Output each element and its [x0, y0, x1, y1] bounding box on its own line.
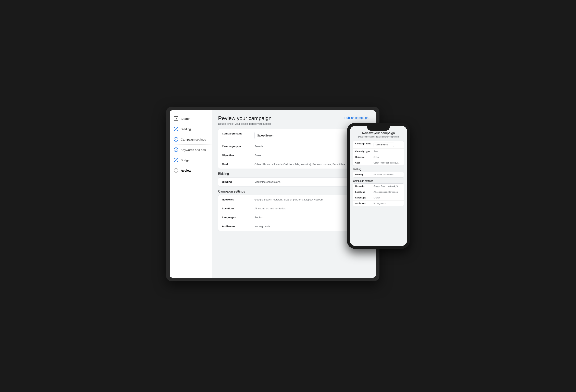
phone-networks-label: Networks: [355, 185, 374, 187]
phone-languages-label: Languages: [355, 197, 374, 199]
bidding-label: Bidding: [222, 180, 255, 183]
phone-languages-row: Languages English: [353, 195, 404, 201]
phone-bidding-card: Bidding Maximize conversions: [353, 172, 404, 178]
phone-goal-row: Goal Other, Phone call leads (Ca...: [353, 160, 404, 165]
sidebar-item-bidding[interactable]: ✓ Bidding: [170, 124, 212, 134]
publish-campaign-button[interactable]: Publish campaign: [343, 115, 370, 120]
audiences-label: Audiences: [222, 225, 255, 228]
svg-point-0: [175, 118, 177, 119]
phone-goal-value: Other, Phone call leads (Ca...: [374, 162, 402, 164]
objective-label: Objective: [222, 154, 255, 157]
phone-notch: [367, 126, 390, 131]
sidebar: Search ✓ Bidding ✓ Campaign settings: [170, 110, 212, 278]
circle-icon-review: [174, 168, 178, 173]
phone-bidding-row: Bidding Maximize conversions: [353, 172, 404, 177]
phone-networks-value: Google Search Network, S...: [374, 185, 402, 187]
phone-objective-row: Objective Sales: [353, 154, 404, 160]
sidebar-item-campaign-settings[interactable]: ✓ Campaign settings: [170, 134, 212, 145]
check-icon-bidding: ✓: [174, 127, 178, 131]
campaign-type-label: Campaign type: [222, 145, 255, 148]
page-header: Review your campaign Double-check your d…: [218, 115, 272, 125]
phone-locations-value: All countries and territories: [374, 191, 402, 193]
languages-label: Languages: [222, 216, 255, 219]
phone-device: Review your campaign Double-check your d…: [347, 123, 410, 249]
phone-languages-value: English: [374, 197, 402, 199]
phone-campaign-settings-title: Campaign settings: [353, 180, 404, 183]
check-icon-campaign-settings: ✓: [174, 137, 178, 142]
phone-audiences-value: No segments: [374, 202, 402, 205]
campaign-name-input[interactable]: [255, 132, 311, 139]
phone-screen: Review your campaign Double-check your d…: [350, 126, 407, 246]
phone-page-title: Review your campaign: [353, 131, 404, 135]
phone-campaign-type-row: Campaign type Search: [353, 149, 404, 154]
sidebar-label-review: Review: [181, 169, 191, 172]
sidebar-label-search: Search: [181, 117, 190, 120]
phone-audiences-label: Audiences: [355, 202, 374, 205]
check-icon-budget: ✓: [174, 158, 178, 162]
phone-audiences-row: Audiences No segments: [353, 201, 404, 206]
campaign-name-label: Campaign name: [222, 132, 255, 135]
phone-campaign-name-label: Campaign name: [355, 143, 374, 145]
phone-objective-label: Objective: [355, 156, 374, 158]
sidebar-label-bidding: Bidding: [181, 127, 191, 131]
tablet-screen: Search ✓ Bidding ✓ Campaign settings: [170, 110, 376, 278]
phone-content: Review your campaign Double-check your d…: [350, 126, 407, 246]
sidebar-label-keywords: Keywords and ads: [181, 148, 206, 152]
phone-locations-row: Locations All countries and territories: [353, 189, 404, 195]
phone-campaign-settings-card: Networks Google Search Network, S... Loc…: [353, 183, 404, 206]
phone-bidding-label: Bidding: [355, 173, 374, 176]
phone-goal-label: Goal: [355, 162, 374, 164]
sidebar-item-budget[interactable]: ✓ Budget: [170, 155, 212, 165]
phone-page-subtitle: Double-check your details before you pub…: [353, 136, 404, 138]
svg-line-1: [176, 119, 177, 120]
phone-campaign-type-label: Campaign type: [355, 150, 374, 153]
phone-locations-label: Locations: [355, 191, 374, 193]
phone-campaign-type-value: Search: [374, 150, 402, 153]
check-icon-keywords: ✓: [174, 147, 178, 152]
phone-campaign-card: Campaign name Campaign type Search Objec…: [353, 141, 404, 166]
sidebar-label-campaign-settings: Campaign settings: [181, 138, 206, 141]
goal-label: Goal: [222, 163, 255, 166]
scene: Search ✓ Bidding ✓ Campaign settings: [166, 107, 410, 285]
sidebar-item-review[interactable]: Review: [170, 165, 212, 176]
phone-bidding-title: Bidding: [353, 168, 404, 171]
phone-objective-value: Sales: [374, 156, 402, 158]
header-row: Review your campaign Double-check your d…: [218, 115, 370, 125]
phone-campaign-name-input[interactable]: [374, 143, 394, 147]
phone-bidding-value: Maximize conversions: [374, 173, 402, 176]
page-title: Review your campaign: [218, 115, 272, 121]
locations-label: Locations: [222, 207, 255, 210]
networks-label: Networks: [222, 198, 255, 201]
phone-networks-row: Networks Google Search Network, S...: [353, 183, 404, 189]
sidebar-item-keywords-and-ads[interactable]: ✓ Keywords and ads: [170, 145, 212, 155]
page-subtitle: Double-check your details before you pub…: [218, 122, 272, 125]
search-box-icon: [174, 116, 178, 121]
sidebar-label-budget: Budget: [181, 158, 190, 162]
phone-campaign-name-row: Campaign name: [353, 141, 404, 149]
sidebar-item-search[interactable]: Search: [170, 113, 212, 124]
